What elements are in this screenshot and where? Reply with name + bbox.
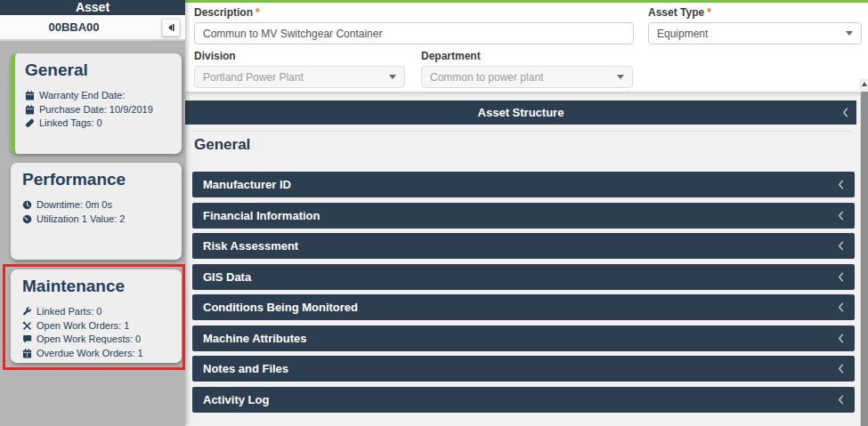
description-input[interactable] [194,22,634,44]
department-field: Department Common to power plant [421,50,633,88]
division-value: Portland Power Plant [203,71,304,84]
asset-id: 00BBA00 [0,15,148,40]
list-item: Overdue Work Orders: 1 [22,347,174,361]
chevron-left-icon [838,180,844,189]
list-item: Warranty End Date: [25,89,174,103]
description-field: Description* [194,6,634,44]
sidebar-title: Asset [76,0,110,14]
asset-type-label: Asset Type* [648,6,862,19]
list-item: Open Work Requests: 0 [22,333,174,347]
department-label: Department [421,50,633,62]
performance-card: Performance Downtime: 0m 0s Utilization … [11,163,182,260]
caret-down-icon [846,31,853,36]
chevron-left-icon [838,211,844,221]
scrollbar-thumb[interactable] [861,92,868,426]
scrollbar-up-arrow-icon[interactable] [862,82,867,86]
asset-structure-title: Asset Structure [478,106,564,119]
asset-type-field: Asset Type* Equipment [648,6,862,44]
caret-down-icon [389,75,396,79]
clock-icon [22,200,32,210]
calendar-icon [25,91,35,100]
tools-icon [22,321,32,331]
asset-type-select[interactable]: Equipment [648,22,862,44]
comment-icon [22,334,32,344]
list-item: Linked Parts: 0 [22,305,174,319]
section-machine-attributes[interactable]: Machine Attributes [192,326,855,351]
section-manufacturer-id[interactable]: Manufacturer ID [192,172,855,197]
required-asterisk: * [256,6,260,19]
calendar-alert-icon [22,349,32,358]
section-financial-information[interactable]: Financial Information [192,203,855,229]
list-item: Utilization 1 Value: 2 [22,213,174,227]
description-label: Description* [194,6,634,19]
wrench-icon [22,307,32,317]
list-item: Open Work Orders: 1 [22,319,174,334]
required-asterisk: * [707,6,711,19]
chevron-left-icon [838,395,844,405]
division-select[interactable]: Portland Power Plant [194,66,405,88]
sidebar-header: Asset [0,0,185,15]
list-item: Purchase Date: 10/9/2019 [25,103,174,117]
group-heading-general: General [194,136,250,154]
section-activity-log[interactable]: Activity Log [192,387,855,413]
vertical-scrollbar[interactable] [860,78,868,426]
division-label: Division [194,50,405,62]
division-field: Division Portland Power Plant [194,50,405,88]
section-risk-assessment[interactable]: Risk Assessment [192,233,855,259]
department-select[interactable]: Common to power plant [421,66,633,88]
chevron-left-icon [838,241,844,251]
calendar-icon [25,105,35,115]
list-item: Linked Tags: 0 [25,117,174,131]
maintenance-card: Maintenance Linked Parts: 0 Open Work Or… [11,269,182,363]
asset-sidebar: Asset 00BBA00 General Warranty End Date:… [0,0,185,426]
asset-type-value: Equipment [657,28,708,40]
asset-structure-header[interactable]: Asset Structure [185,100,856,125]
divider [192,131,851,132]
chevron-left-icon [838,364,844,374]
general-card-title: General [25,60,174,80]
performance-card-title: Performance [22,170,174,189]
department-value: Common to power plant [430,71,543,84]
chevron-left-icon [838,272,844,282]
section-notes-and-files[interactable]: Notes and Files [192,356,855,382]
asset-form: Description* Asset Type* Equipment Divis… [185,0,868,92]
asset-detail-panel: Description* Asset Type* Equipment Divis… [185,0,868,426]
caret-down-icon [617,75,624,79]
list-item: Downtime: 0m 0s [22,198,174,213]
chevron-left-icon [838,302,844,312]
link-icon [25,118,35,128]
collapse-left-icon [166,23,175,32]
section-conditions-being-monitored[interactable]: Conditions Being Monitored [192,294,855,320]
general-card: General Warranty End Date: Purchase Date… [11,53,182,154]
asset-id-row: 00BBA00 [0,15,185,41]
section-gis-data[interactable]: GIS Data [192,264,855,290]
chevron-left-icon [842,108,848,117]
maintenance-card-title: Maintenance [22,277,174,296]
chevron-left-icon [838,334,844,343]
gauge-icon [22,214,32,224]
collapse-sidebar-button[interactable] [162,19,180,36]
